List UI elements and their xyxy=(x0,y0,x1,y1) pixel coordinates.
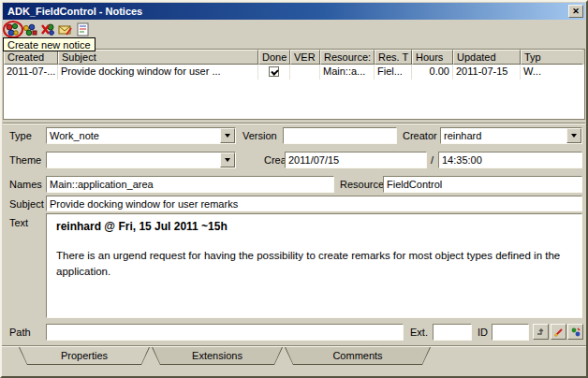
tab-comments-label: Comments xyxy=(286,347,430,364)
tab-comments[interactable]: Comments xyxy=(285,347,431,365)
text-entry-header: reinhard @ Fri, 15 Jul 2011 ~15h xyxy=(56,220,572,233)
delete-notice-icon xyxy=(40,22,55,37)
version-label: Version xyxy=(243,130,277,141)
done-checkbox[interactable] xyxy=(269,66,279,77)
column-header-done[interactable]: Done xyxy=(258,50,290,65)
type-combobox[interactable]: Work_note xyxy=(46,127,236,144)
toolbar xyxy=(3,22,585,38)
id-input[interactable] xyxy=(492,324,529,341)
subject-input[interactable] xyxy=(46,196,582,211)
column-header-resources[interactable]: Resource: xyxy=(320,50,375,65)
cell-resources: Main::a... xyxy=(320,65,375,80)
notice-report-icon xyxy=(76,22,91,37)
new-linked-notice-icon xyxy=(22,22,37,37)
names-input[interactable] xyxy=(46,176,334,193)
resource-label: Resource xyxy=(340,179,384,190)
dropdown-arrow-icon[interactable] xyxy=(566,128,581,143)
id-label: ID xyxy=(478,327,488,338)
text-entry-body: There is an urgend request for having th… xyxy=(56,248,566,281)
version-input[interactable] xyxy=(283,127,397,144)
notice-report-button[interactable] xyxy=(74,22,92,38)
tab-properties[interactable]: Properties xyxy=(19,347,150,365)
type-label: Type xyxy=(9,130,32,141)
cell-subject: Provide docking window for user ... xyxy=(58,65,258,80)
ext-label: Ext. xyxy=(410,327,428,338)
created-date-input[interactable] xyxy=(285,152,427,168)
cell-updated: 2011-07-15 xyxy=(453,65,521,80)
cell-done xyxy=(258,65,290,80)
column-header-hours[interactable]: Hours xyxy=(412,50,453,65)
column-header-type[interactable]: Typ xyxy=(521,50,582,65)
text-area[interactable]: reinhard @ Fri, 15 Jul 2011 ~15h There i… xyxy=(46,213,582,318)
window-title: ADK_FieldControl - Notices xyxy=(5,6,568,17)
column-header-res-type[interactable]: Res. T xyxy=(375,50,412,65)
separator-line xyxy=(3,123,585,124)
tab-strip: Properties Extensions Comments xyxy=(2,346,586,376)
creator-label: Creator xyxy=(403,130,437,141)
resource-input[interactable] xyxy=(383,176,582,193)
tab-properties-label: Properties xyxy=(20,347,149,364)
cell-type: W... xyxy=(521,65,582,80)
open-object-button[interactable] xyxy=(567,324,583,340)
subject-label: Subject xyxy=(9,198,44,210)
notices-window: ADK_FieldControl - Notices ✕ xyxy=(0,0,588,378)
mail-notice-button[interactable] xyxy=(56,22,74,38)
theme-label: Theme xyxy=(9,154,41,166)
mail-notice-icon xyxy=(58,22,73,37)
creator-value: reinhard xyxy=(441,130,566,141)
cell-hours: 0.00 xyxy=(412,65,453,80)
column-header-subject[interactable]: Subject xyxy=(58,50,258,65)
column-header-updated[interactable]: Updated xyxy=(453,50,521,65)
cell-created: 2011-07-... xyxy=(4,65,58,80)
browse-icon xyxy=(536,327,547,338)
cell-ver xyxy=(290,65,320,80)
path-input[interactable] xyxy=(46,324,404,341)
dropdown-arrow-icon[interactable] xyxy=(220,153,235,167)
names-label: Names xyxy=(9,179,42,190)
path-label: Path xyxy=(9,327,31,338)
column-header-ver[interactable]: VER xyxy=(290,50,320,65)
dropdown-arrow-icon[interactable] xyxy=(220,128,235,143)
create-notice-icon xyxy=(5,22,20,37)
tab-extensions[interactable]: Extensions xyxy=(152,347,283,365)
create-notice-button[interactable] xyxy=(3,22,21,38)
text-label: Text xyxy=(9,217,28,228)
close-button[interactable]: ✕ xyxy=(568,5,583,18)
created-time-input[interactable] xyxy=(438,152,582,168)
notices-table: Created Subject Done VER Resource: Res. … xyxy=(3,49,585,120)
objects-icon xyxy=(570,327,581,338)
date-time-separator: / xyxy=(431,154,434,166)
ext-input[interactable] xyxy=(433,324,472,341)
table-body: 2011-07-... Provide docking window for u… xyxy=(4,65,584,119)
table-header: Created Subject Done VER Resource: Res. … xyxy=(4,50,584,65)
cell-res-type: Fiel... xyxy=(375,65,412,80)
pen-icon xyxy=(553,327,565,338)
creator-combobox[interactable]: reinhard xyxy=(440,127,582,144)
tab-extensions-label: Extensions xyxy=(153,347,282,364)
table-row[interactable]: 2011-07-... Provide docking window for u… xyxy=(4,65,584,80)
theme-combobox[interactable] xyxy=(46,152,236,168)
title-bar[interactable]: ADK_FieldControl - Notices ✕ xyxy=(3,3,585,20)
close-icon: ✕ xyxy=(572,7,580,16)
new-linked-notice-button[interactable] xyxy=(21,22,38,38)
column-header-created[interactable]: Created xyxy=(4,50,58,65)
edit-link-button[interactable] xyxy=(551,324,566,340)
tooltip: Create new notice xyxy=(3,37,96,51)
browse-path-button[interactable] xyxy=(533,324,549,340)
type-value: Work_note xyxy=(47,130,220,141)
delete-notice-button[interactable] xyxy=(38,22,56,38)
